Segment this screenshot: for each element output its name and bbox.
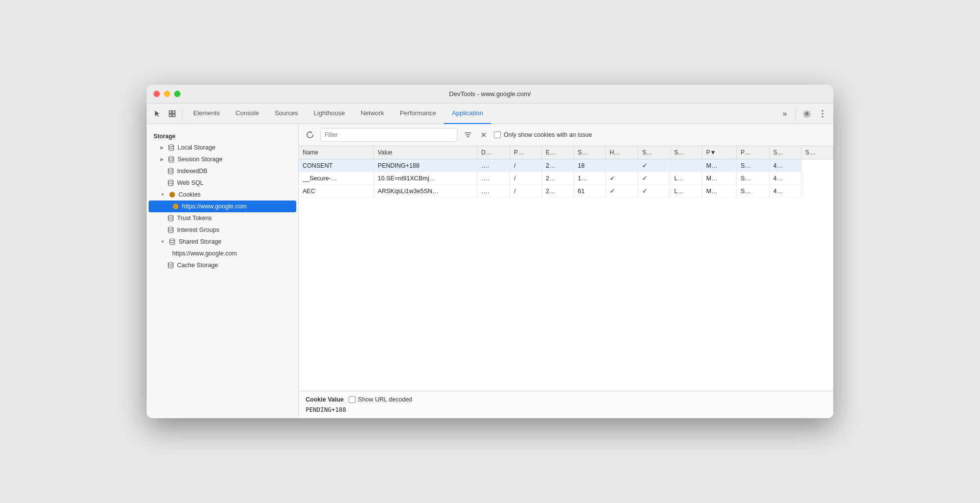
col-secure[interactable]: S…: [638, 146, 670, 159]
svg-point-13: [173, 194, 174, 195]
toolbar-divider: [182, 109, 182, 119]
db-icon-session: [168, 156, 175, 163]
col-priority[interactable]: P▼: [702, 146, 736, 159]
filter-settings-icon[interactable]: [462, 128, 474, 141]
tab-console[interactable]: Console: [228, 103, 267, 124]
cookie-value-header: Cookie Value Show URL decoded: [306, 396, 826, 403]
cookie-value-label: Cookie Value: [306, 396, 344, 403]
cache-storage-label: Cache Storage: [177, 262, 218, 269]
clear-filter-button[interactable]: [477, 128, 490, 141]
toolbar-actions: »: [778, 107, 829, 121]
cell-size-aec: 61: [573, 185, 605, 198]
svg-rect-0: [169, 111, 172, 113]
svg-point-23: [168, 262, 173, 264]
cell-domain-consent: ….: [477, 159, 510, 172]
svg-point-7: [169, 145, 174, 147]
sidebar-item-trust-tokens[interactable]: Trust Tokens: [149, 212, 296, 224]
col-httponly[interactable]: H…: [606, 146, 638, 159]
cell-priority-secure: M…: [702, 172, 736, 185]
table-row[interactable]: __Secure-… 10.SE=nt91XCBmj… …. / 2… 1… ✓…: [299, 172, 833, 185]
cell-sourceport-aec: 4…: [769, 185, 801, 198]
table-row[interactable]: CONSENT PENDING+188 …. / 2… 18 ✓ M… S… 4…: [299, 159, 833, 172]
sidebar-item-indexeddb[interactable]: IndexedDB: [149, 165, 296, 177]
cell-expires-secure: 2…: [542, 172, 573, 185]
col-samesite[interactable]: S…: [670, 146, 702, 159]
col-path[interactable]: P…: [510, 146, 542, 159]
cell-priority-aec: M…: [702, 185, 736, 198]
show-issues-checkbox[interactable]: [494, 131, 501, 138]
show-decoded-toggle[interactable]: Show URL decoded: [349, 396, 413, 403]
col-value[interactable]: Value: [374, 146, 477, 159]
tab-sources[interactable]: Sources: [267, 103, 306, 124]
tab-application[interactable]: Application: [444, 103, 491, 124]
col-domain[interactable]: D…: [477, 146, 510, 159]
show-issues-filter[interactable]: Only show cookies with an issue: [494, 131, 592, 138]
col-sourceport[interactable]: S…: [769, 146, 801, 159]
svg-point-4: [822, 110, 824, 111]
svg-point-21: [168, 227, 173, 229]
refresh-button[interactable]: [304, 128, 316, 141]
cell-samesite-aec: L…: [670, 185, 702, 198]
cell-samesite-consent: [670, 159, 702, 172]
col-expires[interactable]: E…: [542, 146, 573, 159]
sidebar-item-cache-storage[interactable]: Cache Storage: [149, 259, 296, 271]
cell-sourceport-secure: 4…: [769, 172, 801, 185]
tab-network[interactable]: Network: [353, 103, 392, 124]
cookie-value-panel: Cookie Value Show URL decoded PENDING+18…: [299, 391, 833, 418]
settings-icon[interactable]: [800, 107, 814, 121]
storage-section-label: Storage: [147, 129, 298, 142]
more-options-icon[interactable]: [816, 107, 829, 121]
more-tabs-button[interactable]: »: [778, 107, 792, 121]
sidebar-item-web-sql[interactable]: Web SQL: [149, 177, 296, 189]
show-issues-label: Only show cookies with an issue: [504, 131, 592, 138]
svg-point-9: [168, 168, 173, 170]
cell-path-consent: /: [510, 159, 542, 172]
sidebar-item-session-storage[interactable]: ▶ Session Storage: [149, 153, 296, 165]
col-sourcesch[interactable]: S…: [801, 146, 833, 159]
tab-bar: Elements Console Sources Lighthouse Netw…: [185, 103, 777, 124]
cell-domain-secure: ….: [477, 172, 510, 185]
collapse-arrow-cookies: ▼: [160, 192, 165, 197]
main-layout: Storage ▶ Local Storage ▶ Ses: [147, 124, 833, 418]
cookie-table: Name Value D… P… E… S… H… S… S… P▼ P… S…: [299, 146, 833, 391]
tab-lighthouse[interactable]: Lighthouse: [306, 103, 353, 124]
toolbar-divider-2: [796, 109, 796, 119]
svg-point-10: [168, 180, 173, 182]
table-row[interactable]: AEC ARSKqsLi1w3e5SN… …. / 2… 61 ✓ ✓ L… M…: [299, 185, 833, 198]
minimize-button[interactable]: [164, 91, 170, 97]
svg-point-20: [168, 215, 173, 217]
cookies-google-label: https://www.google.com: [182, 203, 247, 210]
filter-bar: Only show cookies with an issue: [299, 124, 833, 146]
tab-performance[interactable]: Performance: [392, 103, 444, 124]
cell-path-aec: /: [510, 185, 542, 198]
devtools-window: DevTools - www.google.com/ Elements Cons…: [147, 85, 833, 418]
cell-name-consent: CONSENT: [299, 159, 374, 172]
maximize-button[interactable]: [174, 91, 181, 97]
sidebar-item-cookies[interactable]: ▼ Cookies: [149, 189, 296, 201]
web-sql-label: Web SQL: [177, 179, 204, 186]
cell-partitionkey-aec: S…: [737, 185, 770, 198]
sidebar-item-cookies-google[interactable]: https://www.google.com: [149, 201, 296, 212]
sidebar-item-shared-storage-google[interactable]: https://www.google.com: [149, 248, 296, 259]
cookies-data-table: Name Value D… P… E… S… H… S… S… P▼ P… S…: [299, 146, 833, 198]
tab-elements[interactable]: Elements: [185, 103, 228, 124]
sidebar-item-local-storage[interactable]: ▶ Local Storage: [149, 142, 296, 153]
col-name[interactable]: Name: [299, 146, 374, 159]
traffic-lights: [154, 91, 181, 97]
close-button[interactable]: [154, 91, 160, 97]
shared-storage-label: Shared Storage: [179, 238, 222, 245]
col-size[interactable]: S…: [573, 146, 605, 159]
window-title: DevTools - www.google.com/: [449, 90, 531, 98]
svg-point-19: [175, 207, 176, 208]
svg-point-14: [171, 195, 172, 196]
filter-input[interactable]: [320, 128, 458, 142]
col-partitionkey[interactable]: P…: [737, 146, 770, 159]
svg-point-5: [822, 113, 824, 114]
sidebar-item-interest-groups[interactable]: Interest Groups: [149, 224, 296, 236]
inspect-icon[interactable]: [165, 107, 179, 121]
sidebar-item-shared-storage[interactable]: ▼ Shared Storage: [149, 236, 296, 248]
svg-point-18: [176, 205, 177, 206]
cursor-icon[interactable]: [151, 107, 164, 121]
show-decoded-checkbox[interactable]: [349, 396, 356, 403]
cookie-icon-google: [172, 203, 179, 210]
